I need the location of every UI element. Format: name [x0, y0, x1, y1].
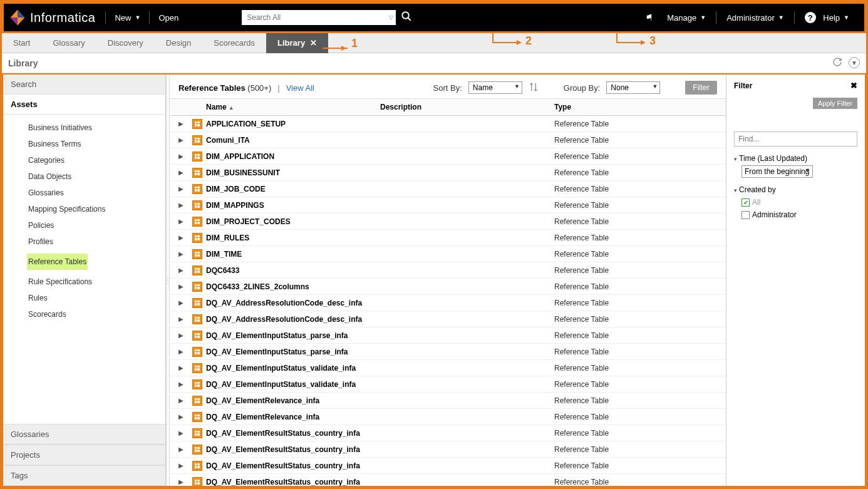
expand-icon[interactable]: ▶: [178, 316, 192, 322]
asset-item[interactable]: Data Objects: [3, 168, 165, 185]
table-row[interactable]: ▶DQ_AV_AddressResolutionCode_desc_infaRe…: [170, 295, 726, 311]
expand-icon[interactable]: ▶: [178, 381, 192, 388]
filter-group-created-by[interactable]: Created by: [734, 185, 857, 194]
asset-item[interactable]: Business Terms: [3, 136, 165, 152]
table-row[interactable]: ▶DQC6433_2LINES_2columnsReference Table: [170, 279, 726, 295]
table-row[interactable]: ▶DQ_AV_ElementResultStatus_country_infaR…: [170, 474, 726, 486]
expand-icon[interactable]: ▶: [178, 397, 192, 404]
refresh-icon[interactable]: [832, 57, 842, 69]
row-name: DQ_AV_ElementInputStatus_validate_infa: [206, 364, 380, 373]
expand-icon[interactable]: ▶: [178, 234, 192, 241]
sort-direction-icon[interactable]: [529, 82, 539, 94]
asset-item[interactable]: Reference Tables: [27, 254, 88, 270]
table-row[interactable]: ▶DIM_RULESReference Table: [170, 230, 726, 246]
table-row[interactable]: ▶DIM_APPLICATIONReference Table: [170, 148, 726, 165]
global-search[interactable]: ▽: [242, 10, 396, 25]
nav-section-projects[interactable]: Projects: [3, 445, 165, 465]
nav-section-assets[interactable]: Assets: [3, 95, 165, 115]
filter-group-time[interactable]: Time (Last Updated): [734, 154, 857, 163]
table-row[interactable]: ▶DQ_AV_ElementInputStatus_parse_infaRefe…: [170, 327, 726, 344]
sort-by-select[interactable]: Name: [468, 81, 522, 94]
table-row[interactable]: ▶APPLICATION_SETUPReference Table: [170, 116, 726, 132]
table-row[interactable]: ▶DIM_TIMEReference Table: [170, 246, 726, 262]
table-row[interactable]: ▶DQ_AV_ElementInputStatus_validate_infaR…: [170, 360, 726, 376]
group-by-select[interactable]: None: [606, 81, 660, 94]
tab-start[interactable]: Start: [2, 33, 41, 53]
table-row[interactable]: ▶DIM_JOB_CODEReference Table: [170, 181, 726, 197]
filter-button[interactable]: Filter: [685, 81, 717, 95]
manage-menu[interactable]: Manage▼: [661, 9, 712, 26]
tab-design[interactable]: Design: [155, 33, 202, 53]
reference-table-icon: [192, 152, 202, 162]
asset-item[interactable]: Categories: [3, 152, 165, 168]
asset-item[interactable]: Mapping Specifications: [3, 201, 165, 217]
expand-icon[interactable]: ▶: [178, 120, 192, 127]
expand-icon[interactable]: ▶: [178, 332, 192, 339]
expand-icon[interactable]: ▶: [178, 430, 192, 436]
table-row[interactable]: ▶DQ_AV_ElementResultStatus_country_infaR…: [170, 425, 726, 441]
table-row[interactable]: ▶DQ_AV_ElementRelevance_infaReference Ta…: [170, 409, 726, 425]
table-row[interactable]: ▶DQ_AV_ElementRelevance_infaReference Ta…: [170, 393, 726, 409]
filter-toggle-icon[interactable]: ▼: [849, 57, 860, 68]
tab-glossary[interactable]: Glossary: [41, 33, 96, 53]
apply-filter-button[interactable]: Apply Filter: [813, 98, 857, 109]
col-name[interactable]: Name▲: [206, 103, 380, 111]
view-all-link[interactable]: View All: [286, 83, 314, 93]
table-row[interactable]: ▶DQ_AV_ElementInputStatus_parse_infaRefe…: [170, 344, 726, 360]
asset-item[interactable]: Glossaries: [3, 185, 165, 201]
close-icon[interactable]: ✖: [850, 81, 857, 90]
expand-icon[interactable]: ▶: [178, 169, 192, 176]
table-row[interactable]: ▶DIM_MAPPINGSReference Table: [170, 197, 726, 214]
filter-find-input[interactable]: [734, 131, 857, 147]
expand-icon[interactable]: ▶: [178, 250, 192, 257]
table-row[interactable]: ▶DIM_BUSINESSUNITReference Table: [170, 165, 726, 181]
expand-icon[interactable]: ▶: [178, 283, 192, 290]
expand-icon[interactable]: ▶: [178, 136, 192, 143]
search-icon[interactable]: [401, 11, 412, 25]
filter-all-checkbox[interactable]: ✔All: [741, 198, 857, 207]
nav-section-glossaries[interactable]: Glossaries: [3, 424, 165, 445]
expand-icon[interactable]: ▶: [178, 478, 192, 485]
expand-icon[interactable]: ▶: [178, 413, 192, 420]
asset-item[interactable]: Rule Specifications: [3, 274, 165, 290]
col-description[interactable]: Description: [380, 103, 554, 111]
tab-scorecards[interactable]: Scorecards: [202, 33, 266, 53]
user-menu[interactable]: Administrator▼: [720, 9, 790, 26]
nav-section-tags[interactable]: Tags: [3, 465, 165, 486]
search-input[interactable]: [247, 13, 389, 22]
expand-icon[interactable]: ▶: [178, 218, 192, 225]
open-button[interactable]: Open: [152, 9, 185, 26]
col-type[interactable]: Type: [554, 103, 717, 111]
tab-discovery[interactable]: Discovery: [96, 33, 155, 53]
expand-icon[interactable]: ▶: [178, 202, 192, 208]
time-range-select[interactable]: From the beginning: [741, 165, 813, 178]
expand-icon[interactable]: ▶: [178, 267, 192, 274]
table-row[interactable]: ▶DQ_AV_ElementInputStatus_validate_infaR…: [170, 376, 726, 393]
search-scope-dropdown-icon[interactable]: ▽: [389, 14, 393, 21]
asset-item[interactable]: Scorecards: [3, 306, 165, 322]
table-row[interactable]: ▶DQ_AV_ElementResultStatus_country_infaR…: [170, 441, 726, 458]
asset-item[interactable]: Profiles: [3, 234, 165, 250]
help-menu[interactable]: ? Help▼: [798, 8, 855, 27]
tab-library[interactable]: Library✕: [266, 33, 328, 53]
table-row[interactable]: ▶DIM_PROJECT_CODESReference Table: [170, 214, 726, 230]
table-row[interactable]: ▶DQ_AV_AddressResolutionCode_desc_infaRe…: [170, 311, 726, 327]
expand-icon[interactable]: ▶: [178, 348, 192, 355]
nav-section-search[interactable]: Search: [3, 75, 165, 95]
table-row[interactable]: ▶Comuni_ITAReference Table: [170, 132, 726, 148]
new-button[interactable]: New▼: [108, 9, 147, 26]
asset-item[interactable]: Business Initiatives: [3, 120, 165, 136]
filter-administrator-checkbox[interactable]: Administrator: [741, 210, 857, 219]
expand-icon[interactable]: ▶: [178, 364, 192, 371]
expand-icon[interactable]: ▶: [178, 462, 192, 469]
expand-icon[interactable]: ▶: [178, 299, 192, 306]
expand-icon[interactable]: ▶: [178, 185, 192, 192]
asset-item[interactable]: Policies: [3, 217, 165, 234]
close-icon[interactable]: ✕: [310, 38, 317, 48]
expand-icon[interactable]: ▶: [178, 153, 192, 160]
expand-icon[interactable]: ▶: [178, 446, 192, 453]
table-row[interactable]: ▶DQ_AV_ElementResultStatus_country_infaR…: [170, 458, 726, 474]
notifications-button[interactable]: ⚑: [639, 9, 659, 26]
table-row[interactable]: ▶DQC6433Reference Table: [170, 262, 726, 279]
asset-item[interactable]: Rules: [3, 290, 165, 306]
